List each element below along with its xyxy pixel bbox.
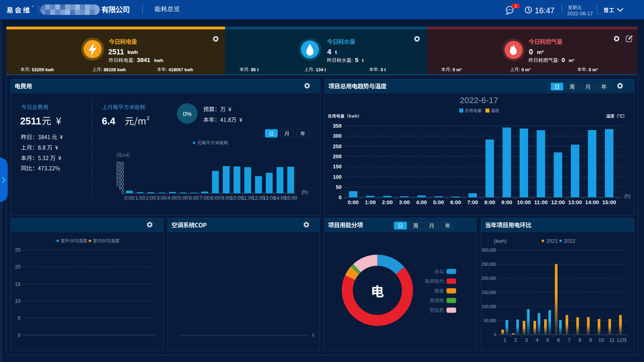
svg-text:0:00: 0:00 [348, 199, 359, 205]
svg-text:0: 0 [339, 194, 341, 201]
svg-text:2511: 2511 [108, 48, 124, 56]
svg-text:15: 15 [15, 281, 21, 287]
svg-text:16:47: 16:47 [535, 6, 555, 15]
svg-text:300,000: 300,000 [481, 248, 496, 252]
svg-text:4:00: 4:00 [416, 199, 427, 205]
svg-text:1: 1 [515, 4, 517, 8]
svg-text:2022-06-17: 2022-06-17 [567, 11, 593, 17]
svg-text:6:00: 6:00 [450, 199, 461, 205]
svg-text:7: 7 [568, 337, 570, 343]
svg-text:350: 350 [116, 161, 124, 167]
svg-text:5:00: 5:00 [178, 195, 188, 201]
svg-text:8:00: 8:00 [484, 199, 495, 205]
svg-text:150: 150 [333, 163, 342, 170]
svg-text:1:00: 1:00 [135, 195, 145, 201]
svg-text:t: t [335, 49, 337, 55]
svg-text:350: 350 [333, 123, 342, 129]
svg-text:20: 20 [15, 264, 21, 270]
svg-text:2: 2 [514, 337, 517, 343]
svg-text:7:00: 7:00 [200, 195, 210, 201]
svg-text:2:00: 2:00 [146, 195, 156, 201]
svg-text:2: 2 [147, 115, 149, 121]
svg-text:12: 12 [617, 337, 622, 343]
svg-text:m³: m³ [569, 58, 574, 63]
svg-text:kwh: kwh [128, 49, 138, 55]
svg-text:88108 kwh: 88108 kwh [104, 67, 126, 72]
svg-text:12:00: 12:00 [551, 199, 565, 205]
svg-text:200: 200 [333, 153, 342, 159]
svg-text:134 t: 134 t [316, 67, 326, 72]
svg-text:3841: 3841 [137, 56, 150, 63]
svg-text:15:00: 15:00 [602, 199, 616, 205]
svg-text:9: 9 [589, 337, 592, 343]
svg-text:h: h [312, 333, 315, 338]
svg-text:14:00: 14:00 [585, 199, 599, 205]
svg-text:0: 0 [561, 56, 565, 63]
svg-text:300: 300 [333, 133, 342, 139]
svg-text:0 t: 0 t [381, 67, 386, 72]
svg-text:5: 5 [355, 56, 358, 63]
svg-text:7:00: 7:00 [467, 199, 478, 205]
svg-text:(h): (h) [624, 193, 631, 199]
svg-text:(kwh): (kwh) [494, 238, 507, 244]
svg-text:t: t [362, 58, 364, 63]
svg-text:100,000: 100,000 [481, 304, 496, 309]
svg-text:1: 1 [504, 337, 506, 343]
svg-text:11:00: 11:00 [534, 199, 548, 205]
svg-text:0 m³: 0 m³ [522, 67, 531, 72]
svg-text:10: 10 [598, 337, 604, 343]
svg-text:250,000: 250,000 [481, 262, 496, 267]
svg-text:50: 50 [336, 184, 341, 190]
svg-text:10:00: 10:00 [517, 199, 531, 205]
svg-text:11: 11 [609, 337, 615, 343]
svg-text:0: 0 [529, 48, 533, 56]
svg-text:5: 5 [18, 315, 21, 321]
svg-text:2:00: 2:00 [382, 199, 393, 205]
svg-text:0 m³: 0 m³ [589, 67, 598, 72]
svg-text:2022: 2022 [564, 238, 575, 244]
svg-text:200,000: 200,000 [481, 276, 496, 281]
svg-text:0: 0 [494, 332, 496, 337]
svg-text:85 t: 85 t [251, 67, 259, 72]
svg-text:53209 kwh: 53209 kwh [32, 67, 54, 72]
svg-text:15:00: 15:00 [284, 195, 297, 201]
svg-text:2511: 2511 [20, 116, 41, 126]
svg-text:100: 100 [333, 174, 342, 180]
svg-text:0: 0 [18, 333, 21, 338]
svg-text:9:00: 9:00 [502, 199, 512, 205]
svg-text:1:00: 1:00 [365, 199, 376, 205]
svg-text:(h): (h) [301, 189, 308, 195]
svg-text:5: 5 [546, 337, 549, 343]
svg-text:50,000: 50,000 [484, 318, 496, 323]
svg-text:8: 8 [578, 337, 581, 343]
svg-text:4: 4 [535, 337, 538, 343]
svg-text:0%: 0% [183, 110, 192, 117]
svg-text:m³: m³ [537, 49, 544, 55]
svg-text:kwh: kwh [154, 58, 163, 63]
svg-text:6:00: 6:00 [189, 195, 199, 201]
svg-text:3:00: 3:00 [399, 199, 410, 205]
svg-text:25: 25 [15, 247, 21, 253]
svg-text:6: 6 [557, 337, 560, 343]
svg-text:4:00: 4:00 [167, 195, 178, 201]
svg-text:0 m³: 0 m³ [453, 67, 462, 72]
svg-text:250: 250 [333, 143, 342, 149]
svg-text:13:00: 13:00 [568, 199, 582, 205]
svg-text:8:00: 8:00 [211, 195, 221, 201]
svg-text:2021: 2021 [546, 238, 558, 244]
svg-text:3:00: 3:00 [157, 195, 167, 201]
svg-text:10: 10 [15, 298, 21, 304]
svg-text:150,000: 150,000 [481, 290, 496, 295]
svg-text:4: 4 [327, 48, 331, 56]
svg-text:3: 3 [525, 337, 528, 343]
svg-text:0:00: 0:00 [124, 195, 134, 201]
svg-text:9:00: 9:00 [221, 195, 231, 201]
svg-text:5:00: 5:00 [433, 199, 444, 205]
svg-text:2022-6-17: 2022-6-17 [460, 95, 498, 105]
svg-text:418067 kwh: 418067 kwh [169, 67, 193, 72]
svg-text:6.4: 6.4 [102, 116, 116, 126]
